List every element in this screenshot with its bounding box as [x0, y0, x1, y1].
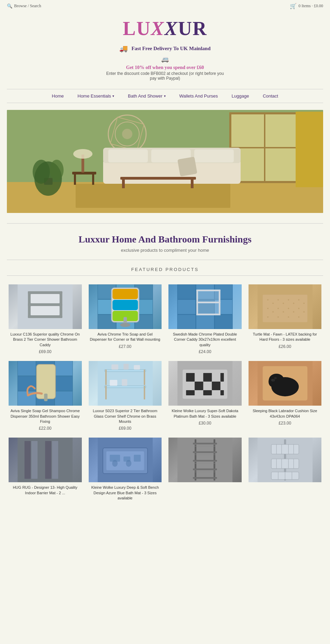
product-name: Aviva Chrome Trio Soap and Gel Dispenser… [89, 332, 162, 342]
logo[interactable]: LUXXUR [123, 19, 207, 38]
svg-rect-65 [196, 315, 214, 329]
svg-rect-118 [134, 365, 140, 370]
product-image [9, 438, 82, 482]
nav-luggage[interactable]: Luggage [232, 93, 249, 99]
logo-x1: X [151, 18, 164, 39]
product-image [89, 438, 162, 482]
site-header: LUXXUR 🚚 Fast Free Delivery To UK Mainla… [0, 12, 330, 89]
svg-rect-123 [186, 373, 195, 382]
cart-label: 0 Items · £0.00 [298, 3, 323, 9]
product-card[interactable]: HUG RUG - Designer 13- High Quality Indo… [7, 436, 84, 504]
product-img-svg [9, 438, 82, 482]
cart-link[interactable]: 🛒 0 Items · £0.00 [290, 3, 323, 9]
svg-rect-126 [195, 382, 203, 390]
product-price: £22.00 [9, 426, 82, 431]
svg-point-94 [288, 316, 289, 318]
delivery-label: Fast Free Delivery To UK Mainland [131, 46, 210, 52]
svg-rect-52 [112, 289, 138, 299]
svg-rect-114 [105, 386, 107, 399]
product-card[interactable]: Kleine Wolke Luxury Super-Soft Dakota Pl… [167, 359, 243, 432]
product-img-svg [249, 438, 322, 482]
product-card[interactable]: Luxxur S023 Superior 2 Tier Bathroom Gla… [87, 359, 164, 432]
product-price: £27.00 [89, 344, 162, 349]
svg-rect-112 [144, 370, 145, 385]
svg-point-83 [303, 303, 305, 304]
product-price: £30.00 [168, 421, 242, 426]
browse-search-link[interactable]: 🔍 Browse / Search [7, 3, 41, 9]
nav-home-essentials[interactable]: Home Essentials ▾ [78, 93, 114, 99]
svg-rect-158 [193, 443, 217, 444]
nav-wallets-purses[interactable]: Wallets And Purses [179, 93, 218, 99]
product-card[interactable]: Turtle Mat - Fawn - LATEX backing for Ha… [247, 283, 323, 356]
svg-point-77 [272, 303, 274, 304]
product-card[interactable]: Sleeping Black Labrador Cushion Size 43x… [247, 359, 323, 432]
product-card[interactable]: Kleine Wolke Luxury Deep & Soft Bench De… [87, 436, 164, 504]
product-img-svg [89, 361, 162, 406]
product-card[interactable] [247, 436, 323, 504]
featured-divider [7, 275, 323, 276]
svg-point-76 [267, 299, 268, 301]
svg-rect-64 [177, 315, 196, 329]
product-card[interactable]: Aviva Chrome Trio Soap and Gel Dispenser… [87, 283, 164, 356]
svg-point-29 [33, 160, 50, 184]
svg-rect-32 [28, 291, 62, 294]
chevron-down-icon: ▾ [112, 94, 114, 98]
svg-rect-129 [203, 390, 212, 395]
svg-point-92 [267, 316, 268, 318]
svg-rect-38 [31, 306, 59, 315]
svg-point-93 [277, 316, 279, 318]
product-card[interactable]: Aviva Single Soap Gel Shampoo Chrome Dis… [7, 359, 84, 432]
product-name: Swedish Made Chrome Plated Double Corner… [168, 332, 242, 348]
svg-rect-15 [108, 149, 148, 162]
svg-rect-105 [55, 391, 73, 406]
svg-rect-23 [74, 174, 76, 185]
discount-sub: Enter the discount code BFB002 at checko… [103, 71, 227, 81]
svg-rect-66 [214, 315, 232, 329]
svg-point-137 [272, 380, 273, 381]
search-icon: 🔍 [7, 3, 12, 9]
svg-rect-34 [28, 315, 62, 318]
product-img-svg [9, 284, 82, 329]
delivery-banner: 🚚 Fast Free Delivery To UK Mainland [0, 44, 330, 53]
hero-svg [7, 110, 323, 213]
product-name: Luxxur S023 Superior 2 Tier Bathroom Gla… [89, 408, 162, 424]
svg-rect-145 [59, 441, 65, 479]
svg-point-84 [267, 308, 268, 309]
main-nav: Home Home Essentials ▾ Bath And Shower ▾… [0, 89, 330, 103]
section-subtitle: exclusive products to compliment your ho… [0, 248, 330, 253]
svg-rect-67 [196, 290, 220, 291]
svg-rect-69 [196, 314, 220, 315]
product-price: £24.00 [168, 349, 242, 354]
svg-rect-20 [122, 180, 125, 188]
product-img-svg [249, 361, 322, 406]
svg-rect-72 [198, 291, 219, 302]
product-image [249, 284, 322, 329]
product-name: Turtle Mat - Fawn - LATEX backing for Ha… [249, 332, 322, 342]
product-price: £26.00 [249, 344, 322, 349]
svg-rect-115 [144, 386, 145, 399]
nav-contact[interactable]: Contact [263, 93, 278, 99]
svg-point-30 [50, 160, 64, 180]
svg-rect-100 [18, 376, 36, 391]
nav-home[interactable]: Home [52, 93, 64, 99]
product-card[interactable] [167, 436, 243, 504]
product-name: Luxxur C136 Superior quality Chrome On B… [9, 332, 82, 348]
svg-point-95 [298, 316, 299, 318]
svg-rect-159 [193, 451, 217, 453]
product-card[interactable]: Swedish Made Chrome Plated Double Corner… [167, 283, 243, 356]
svg-point-11 [122, 129, 132, 139]
svg-rect-130 [220, 390, 224, 395]
svg-rect-142 [38, 441, 44, 479]
svg-rect-141 [31, 441, 37, 479]
product-card[interactable]: Luxxur C136 Superior quality Chrome On B… [7, 283, 84, 356]
svg-rect-61 [177, 300, 196, 314]
svg-point-154 [126, 460, 131, 467]
svg-point-79 [283, 303, 284, 304]
product-image [9, 361, 82, 406]
section-divider [7, 260, 323, 260]
svg-point-136 [271, 379, 275, 382]
section-main-title: Luxxur Home And Bathroom Furnishings [0, 234, 330, 245]
nav-bath-shower[interactable]: Bath And Shower ▾ [128, 93, 165, 99]
svg-rect-75 [263, 295, 307, 322]
svg-rect-110 [104, 370, 146, 372]
